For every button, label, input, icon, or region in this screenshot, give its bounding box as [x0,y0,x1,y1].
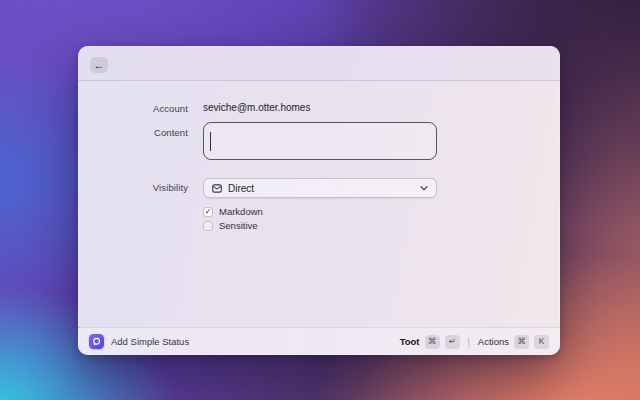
account-label: Account [78,103,188,114]
back-button[interactable]: ← [90,57,108,73]
chevron-down-icon [420,186,428,191]
footer-app-info: Add Simple Status [89,334,189,349]
sensitive-checkbox[interactable] [203,221,213,231]
compose-status-window: ← Account seviche@m.otter.homes Content … [78,46,560,355]
command-key-icon: ⌘ [514,335,529,349]
text-cursor [210,132,211,151]
account-value: seviche@m.otter.homes [203,102,310,113]
visibility-value: Direct [228,183,414,194]
envelope-icon [212,184,222,193]
app-title: Add Simple Status [111,336,189,347]
markdown-checkbox-row[interactable]: ✓ Markdown [203,206,263,217]
markdown-label[interactable]: Markdown [219,206,263,217]
sensitive-label[interactable]: Sensitive [219,220,258,231]
actions-label: Actions [478,336,509,347]
footer-divider: | [465,337,473,347]
content-label: Content [78,127,188,138]
checkmark-icon: ✓ [205,208,212,216]
k-key-icon: K [534,335,549,349]
footer-actions: Toot ⌘ ↵ | Actions ⌘ K [400,335,549,349]
window-titlebar: ← [78,46,560,81]
content-textarea[interactable] [203,122,437,160]
visibility-label: Visibility [78,182,188,193]
sensitive-checkbox-row[interactable]: Sensitive [203,220,258,231]
markdown-checkbox[interactable]: ✓ [203,207,213,217]
toot-label: Toot [400,336,420,347]
actions-button[interactable]: Actions ⌘ K [478,335,549,349]
visibility-select[interactable]: Direct [203,178,437,198]
command-key-icon: ⌘ [425,335,440,349]
toot-button[interactable]: Toot ⌘ ↵ [400,335,460,349]
speech-bubble-icon [89,334,104,349]
return-key-icon: ↵ [445,335,460,349]
window-footer: Add Simple Status Toot ⌘ ↵ | Actions ⌘ K [78,327,560,355]
desktop-wallpaper: ← Account seviche@m.otter.homes Content … [0,0,640,400]
back-arrow-icon: ← [94,60,105,71]
